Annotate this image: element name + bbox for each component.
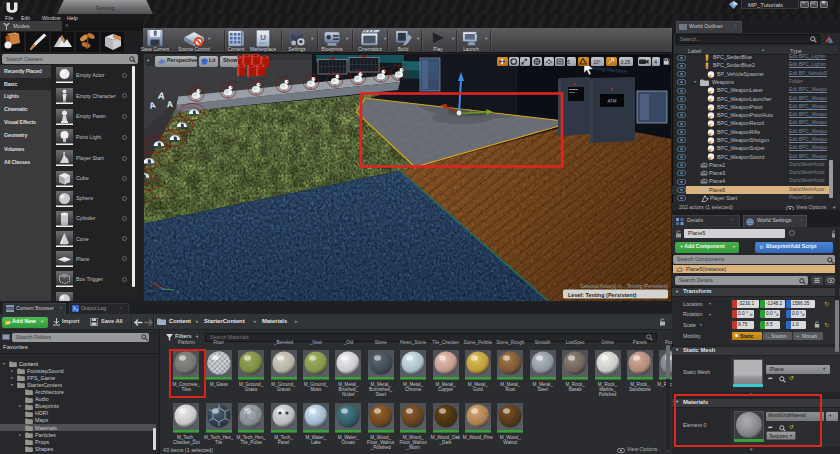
svg-text:ATM: ATM <box>607 98 617 103</box>
svg-text:MKT: MKT <box>259 41 268 46</box>
svg-text:4: 4 <box>654 58 657 64</box>
svg-text:0.25: 0.25 <box>621 59 631 64</box>
svg-text:Selected Actor(s) in .. Testin: Selected Actor(s) in .. Testing (Persist… <box>580 284 668 289</box>
svg-text:5: 5 <box>567 58 570 64</box>
svg-text:-y: -y <box>175 289 178 294</box>
svg-text:A: A <box>166 99 173 109</box>
svg-text:Level: Testing (Persistent): Level: Testing (Persistent) <box>568 292 637 298</box>
svg-text:10°: 10° <box>593 59 600 64</box>
svg-text:x: x <box>150 279 152 284</box>
